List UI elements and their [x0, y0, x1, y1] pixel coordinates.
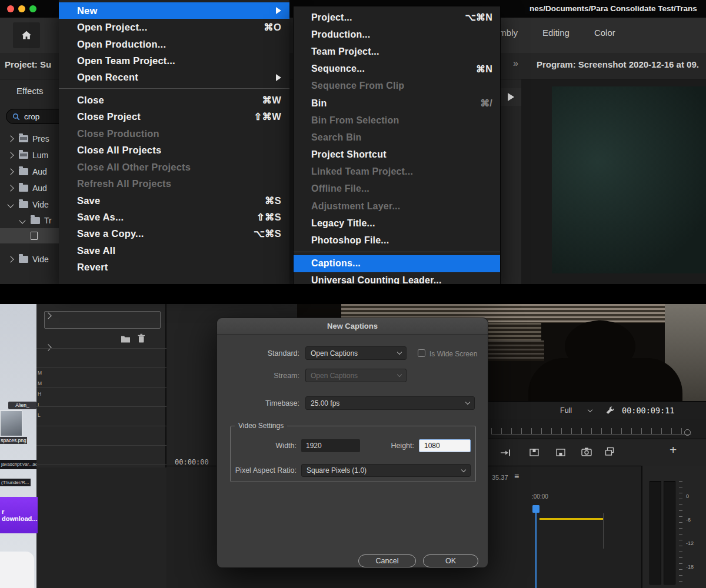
export-frame-camera-icon[interactable]	[581, 447, 592, 456]
menu-item[interactable]: Save a Copy... ⌥⌘S	[59, 226, 289, 242]
playback-resolution-dropdown[interactable]: Full	[558, 405, 594, 416]
menu-item[interactable]: Save All	[59, 242, 289, 259]
menu-item[interactable]: Offline File...	[294, 181, 500, 198]
home-button[interactable]	[13, 22, 40, 48]
bin-row[interactable]	[36, 426, 166, 446]
menu-item[interactable]: Close All Other Projects	[59, 159, 289, 175]
menu-item[interactable]: Search Bin	[294, 129, 500, 146]
tree-chevron-icon[interactable]	[7, 256, 14, 262]
program-panel-title[interactable]: Program: Screenshot 2020-12-16 at 09.	[537, 59, 699, 69]
panel-overflow-icon[interactable]: »	[513, 58, 518, 69]
standard-dropdown[interactable]: Open Captions	[305, 346, 407, 360]
playhead-line	[535, 513, 537, 588]
menu-item[interactable]: Bin From Selection	[294, 112, 500, 129]
wide-screen-checkbox[interactable]	[418, 349, 425, 357]
menu-item[interactable]: Captions...	[294, 255, 500, 272]
timeline-menu-icon[interactable]: ≡	[514, 472, 519, 481]
menu-item[interactable]: Open Project... ⌘O	[59, 19, 289, 35]
menu-item[interactable]: Project... ⌥⌘N	[294, 9, 500, 26]
bin-row[interactable]	[36, 349, 166, 368]
tree-chevron-icon[interactable]	[7, 185, 14, 191]
menu-item[interactable]: Linked Team Project...	[294, 163, 500, 181]
new-folder-icon[interactable]	[121, 335, 131, 343]
menu-item[interactable]	[59, 86, 289, 92]
menu-item[interactable]: Sequence From Clip	[294, 78, 500, 95]
menu-item[interactable]: Open Recent	[59, 69, 289, 86]
menu-item[interactable]: Bin ⌘/	[294, 95, 500, 112]
bin-letter: M	[38, 378, 42, 389]
height-field[interactable]: 1080	[419, 439, 471, 452]
zoom-window-button[interactable]	[29, 5, 36, 12]
workspace-tab[interactable]: Editing	[542, 28, 570, 38]
tree-chevron-icon[interactable]	[7, 135, 14, 142]
menu-item[interactable]: Legacy Title...	[294, 215, 500, 232]
desktop-thumbnail[interactable]	[0, 410, 22, 436]
menu-item[interactable]	[294, 249, 500, 255]
menu-item[interactable]: Production...	[294, 26, 500, 43]
meter-scale-ticks	[679, 481, 682, 584]
meter-scale-label: -12	[686, 540, 694, 563]
stream-label: Stream:	[197, 372, 299, 380]
menu-item[interactable]: Close ⌘W	[59, 92, 289, 108]
menu-item[interactable]: Open Team Project...	[59, 52, 289, 69]
download-button[interactable]: r download...	[0, 497, 38, 533]
timeline-timecode[interactable]: 00:00:00	[175, 458, 209, 466]
trash-icon[interactable]	[137, 333, 145, 343]
playhead[interactable]	[532, 505, 540, 513]
timebase-dropdown[interactable]: 25.00 fps	[305, 396, 475, 410]
tree-chevron-icon[interactable]	[7, 168, 14, 175]
menu-item[interactable]: Close Project ⇧⌘W	[59, 109, 289, 125]
close-window-button[interactable]	[7, 5, 14, 12]
ok-button[interactable]: OK	[423, 554, 478, 567]
desktop-file-alien[interactable]: Alien_	[8, 402, 36, 409]
menu-item[interactable]: Universal Counting Leader...	[294, 272, 500, 285]
menu-item[interactable]: Open Production...	[59, 36, 289, 52]
desktop-file-spaces[interactable]: spaces.png	[0, 437, 27, 444]
menu-item[interactable]: Sequence... ⌘N	[294, 61, 500, 78]
minimize-window-button[interactable]	[18, 5, 25, 12]
bin-letter: L	[38, 410, 42, 420]
bin-row[interactable]	[36, 407, 166, 426]
menu-item[interactable]: Save As... ⇧⌘S	[59, 209, 289, 225]
tab-effects[interactable]: Effects	[16, 86, 44, 96]
menu-item-label: Production...	[311, 29, 370, 40]
cancel-button[interactable]: Cancel	[358, 554, 416, 567]
pixel-aspect-ratio-dropdown[interactable]: Square Pixels (1.0)	[301, 464, 471, 477]
time-ruler[interactable]	[491, 428, 691, 435]
menu-item[interactable]: Close Production	[59, 125, 289, 142]
menu-item[interactable]: New	[59, 2, 289, 19]
dialog-title[interactable]: New Captions	[217, 318, 488, 335]
desktop-white-card	[0, 552, 34, 588]
menu-item[interactable]: Project Shortcut	[294, 146, 500, 163]
menu-item[interactable]: Photoshop File...	[294, 232, 500, 249]
menu-item[interactable]: Adjustment Layer...	[294, 198, 500, 215]
disclosure-play-button[interactable]	[500, 88, 521, 106]
menu-item[interactable]: Refresh All Projects	[59, 175, 289, 192]
lift-icon[interactable]	[530, 449, 539, 456]
tree-chevron-icon[interactable]	[19, 217, 25, 223]
menu-item[interactable]: Close All Projects	[59, 142, 289, 159]
menu-item-label: Save All	[77, 245, 115, 256]
tree-chevron-icon[interactable]	[7, 152, 14, 158]
menu-item[interactable]: Team Project...	[294, 43, 500, 60]
menu-item-label: Open Project...	[77, 22, 147, 33]
tree-chevron-icon[interactable]	[7, 201, 14, 208]
workspace-tab[interactable]: Color	[594, 28, 615, 38]
project-panel-title[interactable]: Project: Su	[5, 59, 51, 69]
tree-item-icon	[19, 152, 28, 159]
add-button-icon[interactable]: +	[670, 443, 677, 457]
menu-item[interactable]: Save ⌘S	[59, 192, 289, 209]
tree-item-label: Pres	[32, 134, 49, 143]
rename-field[interactable]	[44, 311, 161, 329]
bin-row[interactable]	[36, 368, 166, 387]
extract-icon[interactable]	[556, 449, 565, 456]
scrollbar-handle[interactable]	[684, 429, 691, 436]
bin-row[interactable]	[36, 446, 166, 465]
clip-level-line[interactable]	[540, 518, 603, 520]
insert-icon[interactable]	[500, 449, 511, 457]
comparison-view-icon[interactable]	[605, 447, 614, 456]
bin-row[interactable]	[36, 387, 166, 407]
settings-wrench-icon[interactable]	[605, 406, 615, 415]
bin-row[interactable]	[36, 329, 166, 349]
menu-item[interactable]: Revert	[59, 259, 289, 276]
